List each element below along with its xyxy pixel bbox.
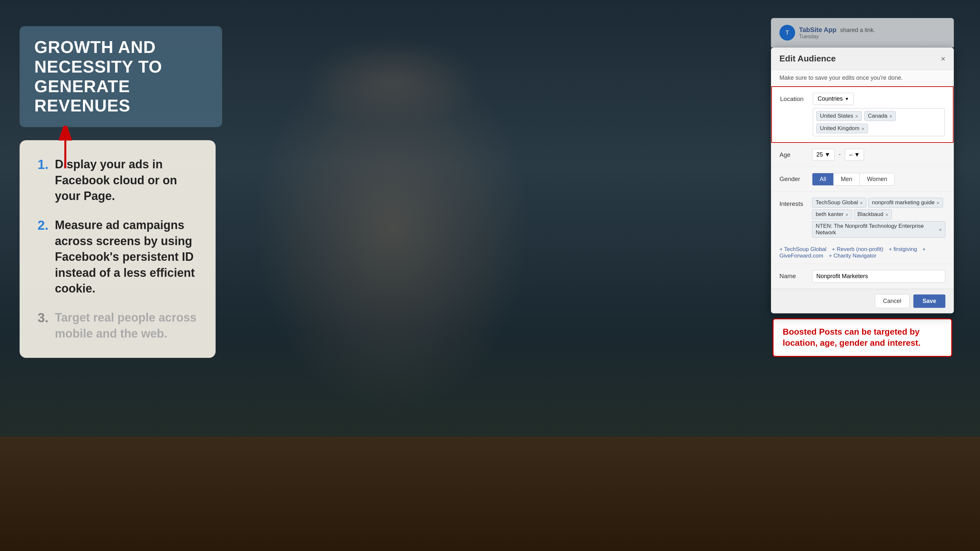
tag-techsoup-remove[interactable]: × bbox=[860, 200, 863, 205]
suggestion-reverb[interactable]: Reverb (non-profit) bbox=[832, 246, 883, 252]
interests-label: Interests bbox=[780, 200, 812, 207]
tag-beth-label: beth kanter bbox=[816, 211, 843, 218]
save-button[interactable]: Save bbox=[913, 295, 945, 308]
tag-blackbaud: Blackbaud × bbox=[854, 210, 892, 219]
gender-row: Gender All Men Women bbox=[771, 167, 953, 192]
tag-techsoup: TechSoup Global × bbox=[812, 198, 866, 207]
main-title: GROWTH AND NECESSITY TO GENERATE REVENUE… bbox=[34, 38, 207, 116]
tag-nonprofit-remove[interactable]: × bbox=[937, 200, 940, 205]
location-control: Countries ▼ United States × Canada × bbox=[813, 93, 945, 136]
age-row: Age 25 ▼ - – ▼ bbox=[771, 143, 953, 167]
location-row: Location Countries ▼ United States × bbox=[771, 86, 953, 143]
location-tags-area: United States × Canada × United Kingdom … bbox=[813, 108, 945, 136]
suggestion-firstgiving[interactable]: firstgiving bbox=[889, 246, 917, 252]
bullet-item-3: 3. Target real people across mobile and … bbox=[38, 310, 197, 341]
gender-btn-women[interactable]: Women bbox=[860, 173, 894, 185]
tag-nten-remove[interactable]: × bbox=[939, 227, 942, 233]
dropdown-arrow-icon: ▼ bbox=[845, 96, 849, 101]
post-shared-text: shared a link. bbox=[840, 27, 875, 33]
background-table bbox=[0, 436, 980, 551]
tag-nten-label: NTEN: The Nonprofit Technology Enterpris… bbox=[816, 223, 937, 236]
modal-header: Edit Audience × bbox=[771, 48, 953, 70]
tag-beth-remove[interactable]: × bbox=[845, 212, 848, 217]
bullets-box: 1. Display your ads in Facebook cloud or… bbox=[20, 140, 216, 358]
tag-nonprofit-marketing: nonprofit marketing guide × bbox=[868, 198, 943, 207]
interest-row-3: NTEN: The Nonprofit Technology Enterpris… bbox=[812, 221, 945, 237]
modal-title: Edit Audience bbox=[780, 54, 835, 64]
countries-dropdown[interactable]: Countries ▼ bbox=[813, 93, 854, 105]
gender-label: Gender bbox=[780, 175, 812, 183]
cancel-button[interactable]: Cancel bbox=[875, 294, 910, 308]
post-app-name-text: TabSite App bbox=[799, 26, 836, 33]
bullet-text-3: Target real people across mobile and the… bbox=[55, 310, 197, 341]
name-row: Name bbox=[771, 264, 953, 289]
age-dash: - bbox=[838, 151, 841, 158]
post-time: Tuesday bbox=[799, 33, 875, 40]
interests-row: Interests TechSoup Global × nonprofit ma… bbox=[771, 192, 953, 244]
modal-footer: Cancel Save bbox=[771, 289, 953, 313]
location-label: Location bbox=[780, 96, 813, 103]
tag-canada-remove[interactable]: × bbox=[889, 113, 892, 119]
post-avatar: T bbox=[780, 25, 795, 40]
tag-united-states: United States × bbox=[816, 111, 862, 121]
title-box: GROWTH AND NECESSITY TO GENERATE REVENUE… bbox=[20, 26, 222, 127]
age-from-value: 25 bbox=[816, 151, 823, 158]
tag-uk-remove[interactable]: × bbox=[861, 126, 864, 131]
tag-techsoup-label: TechSoup Global bbox=[816, 199, 858, 206]
gender-control: All Men Women bbox=[812, 173, 945, 186]
name-label: Name bbox=[780, 272, 812, 280]
tag-us-remove[interactable]: × bbox=[855, 113, 858, 119]
facebook-dialog-wrapper: T TabSite App shared a link. Tuesday Edi… bbox=[771, 18, 954, 357]
bullet-number-2: 2. bbox=[38, 217, 49, 233]
tag-blackbaud-remove[interactable]: × bbox=[885, 212, 888, 217]
tag-canada: Canada × bbox=[864, 111, 896, 121]
gender-button-group: All Men Women bbox=[812, 173, 895, 186]
modal-subtitle: Make sure to save your edits once you're… bbox=[771, 70, 953, 86]
tag-canada-label: Canada bbox=[868, 113, 888, 119]
tag-blackbaud-label: Blackbaud bbox=[858, 211, 883, 218]
name-control bbox=[812, 270, 945, 283]
tag-beth-kanter: beth kanter × bbox=[812, 210, 852, 219]
post-header: T TabSite App shared a link. Tuesday bbox=[780, 25, 945, 40]
left-content-panel: GROWTH AND NECESSITY TO GENERATE REVENUE… bbox=[20, 26, 222, 358]
interest-row-1: TechSoup Global × nonprofit marketing gu… bbox=[812, 198, 945, 207]
tag-nonprofit-label: nonprofit marketing guide bbox=[872, 199, 935, 206]
boosted-note: Boosted Posts can be targeted by locatio… bbox=[773, 318, 952, 357]
interest-tags-area: TechSoup Global × nonprofit marketing gu… bbox=[812, 198, 945, 237]
age-label: Age bbox=[780, 151, 812, 159]
suggestions-row: TechSoup Global Reverb (non-profit) firs… bbox=[771, 244, 953, 264]
bullet-number-1: 1. bbox=[38, 156, 49, 172]
tag-us-label: United States bbox=[820, 113, 853, 119]
suggestion-techsoup[interactable]: TechSoup Global bbox=[780, 246, 826, 252]
bullet-number-3: 3. bbox=[38, 310, 49, 325]
gender-btn-men[interactable]: Men bbox=[834, 173, 860, 185]
suggestion-charity-navigator[interactable]: Charity Navigator bbox=[829, 253, 877, 259]
modal-close-button[interactable]: × bbox=[941, 54, 945, 64]
interest-row-2: beth kanter × Blackbaud × bbox=[812, 210, 945, 219]
post-meta: TabSite App shared a link. Tuesday bbox=[799, 26, 875, 40]
tag-uk-label: United Kingdom bbox=[820, 125, 859, 132]
age-to-value: – bbox=[849, 151, 852, 158]
age-from-arrow: ▼ bbox=[824, 151, 830, 158]
arrow-svg bbox=[52, 126, 78, 172]
modal-body: Location Countries ▼ United States × bbox=[771, 86, 953, 289]
location-arrow-annotation bbox=[52, 126, 78, 173]
gender-btn-all[interactable]: All bbox=[813, 173, 834, 185]
post-preview: T TabSite App shared a link. Tuesday bbox=[771, 18, 954, 48]
age-to-arrow: ▼ bbox=[854, 151, 860, 158]
age-to-select[interactable]: – ▼ bbox=[845, 149, 864, 161]
edit-audience-modal: Edit Audience × Make sure to save your e… bbox=[771, 48, 954, 314]
name-input[interactable] bbox=[812, 270, 945, 283]
bullet-text-2: Measure ad campaigns across screens by u… bbox=[55, 217, 197, 297]
tag-nten: NTEN: The Nonprofit Technology Enterpris… bbox=[812, 221, 945, 237]
boosted-note-text: Boosted Posts can be targeted by locatio… bbox=[783, 327, 921, 348]
interests-control: TechSoup Global × nonprofit marketing gu… bbox=[812, 198, 945, 237]
countries-btn-label: Countries bbox=[818, 96, 843, 102]
post-app-name: TabSite App shared a link. bbox=[799, 26, 875, 33]
age-control: 25 ▼ - – ▼ bbox=[812, 149, 945, 161]
bullet-item-2: 2. Measure ad campaigns across screens b… bbox=[38, 217, 197, 297]
age-from-select[interactable]: 25 ▼ bbox=[812, 149, 835, 161]
tag-uk: United Kingdom × bbox=[816, 124, 868, 133]
